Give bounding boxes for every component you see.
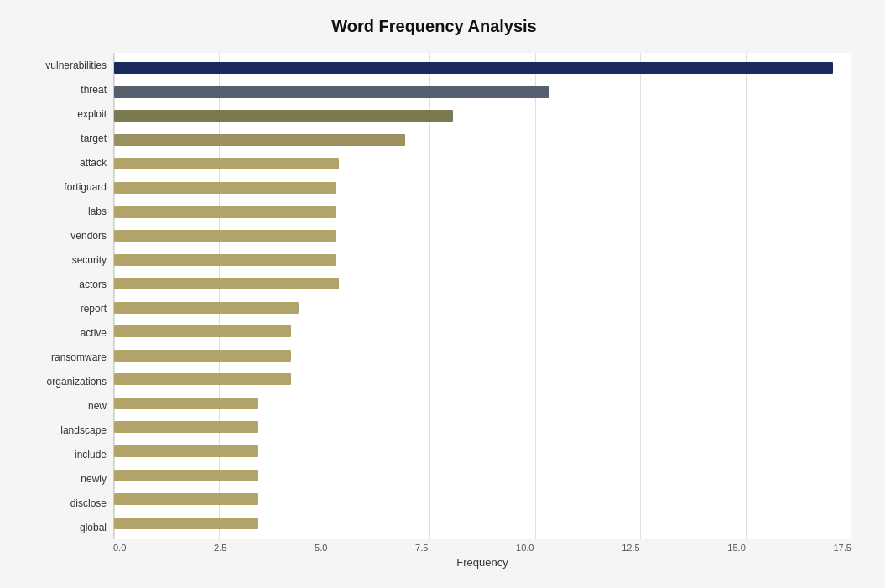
bar-row-target: [114, 133, 851, 148]
y-label-target: target: [17, 133, 107, 143]
bar-attack: [114, 158, 339, 169]
y-label-organizations: organizations: [17, 377, 107, 387]
bar-row-security: [114, 252, 851, 268]
bar-row-attack: [114, 156, 851, 171]
bar-include: [114, 445, 258, 457]
bar-security: [114, 254, 336, 266]
bar-row-landscape: [114, 419, 851, 434]
bar-vendors: [114, 230, 336, 242]
bar-threat: [114, 86, 549, 98]
y-label-global: global: [17, 523, 107, 533]
bar-exploit: [114, 110, 453, 122]
bar-row-newly: [114, 468, 851, 483]
y-axis-labels: vulnerabilitiesthreatexploittargetattack…: [17, 53, 113, 539]
bar-landscape: [114, 421, 258, 433]
bar-row-actors: [114, 276, 851, 291]
bar-newly: [114, 470, 258, 481]
bar-row-include: [114, 444, 851, 459]
x-tick-1: 2.5: [214, 543, 226, 553]
y-label-report: report: [17, 304, 107, 314]
x-axis-title: Frequency: [113, 556, 851, 569]
bar-row-active: [114, 324, 851, 339]
y-label-actors: actors: [17, 279, 107, 289]
bar-row-threat: [114, 85, 851, 100]
x-tick-6: 15.0: [727, 543, 745, 553]
y-label-newly: newly: [17, 474, 107, 484]
chart-area: vulnerabilitiesthreatexploittargetattack…: [17, 53, 851, 539]
bar-global: [114, 518, 258, 529]
y-label-threat: threat: [17, 85, 107, 95]
y-label-new: new: [17, 401, 107, 411]
bar-row-organizations: [114, 372, 851, 387]
x-tick-7: 17.5: [833, 543, 851, 553]
bar-new: [114, 398, 258, 409]
y-label-vulnerabilities: vulnerabilities: [17, 60, 107, 70]
y-label-ransomware: ransomware: [17, 352, 107, 362]
bar-organizations: [114, 373, 291, 385]
x-tick-2: 5.0: [315, 543, 327, 553]
y-label-security: security: [17, 255, 107, 265]
y-label-landscape: landscape: [17, 425, 107, 435]
bar-row-labs: [114, 205, 851, 220]
bar-row-disclose: [114, 492, 851, 507]
x-axis-labels: 0.02.55.07.510.012.515.017.5: [113, 543, 851, 553]
bar-row-global: [114, 516, 851, 531]
bar-report: [114, 302, 299, 314]
bar-row-fortiguard: [114, 180, 851, 195]
y-label-vendors: vendors: [17, 231, 107, 241]
bar-row-vendors: [114, 228, 851, 243]
bar-actors: [114, 278, 339, 289]
bar-row-new: [114, 396, 851, 411]
chart-title: Word Frequency Analysis: [17, 17, 851, 36]
y-label-fortiguard: fortiguard: [17, 182, 107, 192]
y-label-disclose: disclose: [17, 498, 107, 508]
y-label-labs: labs: [17, 206, 107, 216]
y-label-active: active: [17, 328, 107, 338]
x-tick-4: 10.0: [516, 543, 534, 553]
bar-labs: [114, 206, 336, 218]
bar-vulnerabilities: [114, 62, 833, 74]
bar-fortiguard: [114, 182, 336, 194]
bar-ransomware: [114, 350, 291, 362]
bars-wrapper: [114, 53, 851, 539]
bar-row-vulnerabilities: [114, 60, 851, 75]
bar-row-report: [114, 300, 851, 315]
x-tick-0: 0.0: [113, 543, 126, 553]
bar-disclose: [114, 493, 258, 505]
y-label-exploit: exploit: [17, 109, 107, 119]
bar-target: [114, 134, 405, 146]
y-label-include: include: [17, 450, 107, 460]
chart-container: Word Frequency Analysis vulnerabilitiest…: [0, 0, 885, 588]
bar-row-ransomware: [114, 348, 851, 363]
bar-active: [114, 325, 291, 337]
y-label-attack: attack: [17, 158, 107, 168]
x-tick-3: 7.5: [415, 543, 428, 553]
bars-and-grid: [113, 53, 851, 539]
x-tick-5: 12.5: [622, 543, 639, 553]
bar-row-exploit: [114, 108, 851, 123]
